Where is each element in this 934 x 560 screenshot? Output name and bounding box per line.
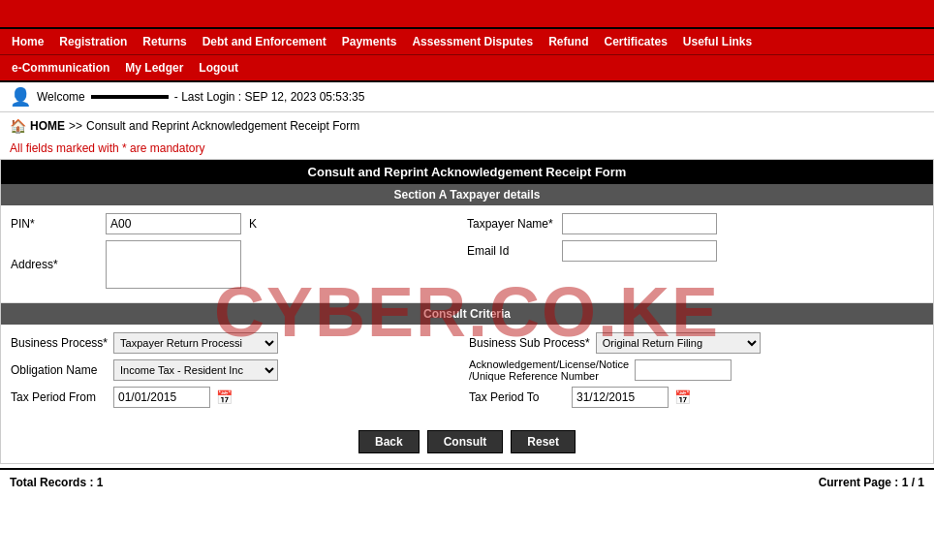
breadcrumb: 🏠 HOME >> Consult and Reprint Acknowledg…	[0, 112, 934, 140]
tax-period-row: Tax Period From 📅 Tax Period To 📅	[11, 387, 923, 408]
home-icon: 🏠	[10, 118, 26, 134]
nav-bar-secondary: e-Communication My Ledger Logout	[0, 54, 934, 80]
business-sub-process-select[interactable]: Original Return Filing	[596, 332, 761, 354]
nav-assessment[interactable]: Assessment Disputes	[404, 31, 541, 52]
business-sub-process-cell: Business Sub Process* Original Return Fi…	[469, 332, 923, 354]
consult-criteria-header: Consult Criteria	[1, 303, 933, 325]
ack-input[interactable]	[635, 359, 732, 381]
pin-input[interactable]	[106, 213, 241, 234]
tax-period-to-input[interactable]	[572, 387, 669, 408]
nav-bar-primary: Home Registration Returns Debt and Enfor…	[0, 27, 934, 54]
address-row: Address*	[11, 240, 467, 289]
nav-my-ledger[interactable]: My Ledger	[117, 57, 191, 78]
welcome-bar: 👤 Welcome - Last Login : SEP 12, 2023 05…	[0, 80, 934, 112]
form-header: Consult and Reprint Acknowledgement Rece…	[1, 160, 933, 184]
nav-useful-links[interactable]: Useful Links	[675, 31, 760, 52]
nav-payments[interactable]: Payments	[334, 31, 405, 52]
business-process-row: Business Process* Taxpayer Return Proces…	[11, 332, 923, 354]
ack-cell: Acknowledgement/License/Notice/Unique Re…	[469, 358, 923, 382]
business-process-cell: Business Process* Taxpayer Return Proces…	[11, 332, 465, 354]
pin-suffix: K	[249, 217, 257, 231]
nav-logout[interactable]: Logout	[191, 57, 246, 78]
username-display	[91, 95, 169, 99]
taxpayer-name-row: Taxpayer Name*	[467, 213, 923, 234]
ack-label: Acknowledgement/License/Notice/Unique Re…	[469, 358, 629, 382]
button-row: Back Consult Reset	[1, 420, 933, 463]
consult-button[interactable]: Consult	[427, 430, 504, 453]
user-icon: 👤	[10, 86, 31, 108]
address-input[interactable]	[106, 240, 241, 289]
email-label: Email Id	[467, 244, 554, 258]
main-content: CYBER.CO.KE Consult and Reprint Acknowle…	[0, 159, 934, 464]
current-page: Current Page : 1 / 1	[819, 476, 924, 489]
obligation-ack-row: Obligation Name Income Tax - Resident In…	[11, 358, 923, 382]
nav-refund[interactable]: Refund	[541, 31, 596, 52]
business-process-label: Business Process*	[11, 336, 108, 350]
tax-period-to-cell: Tax Period To 📅	[469, 387, 923, 408]
last-login-text: - Last Login : SEP 12, 2023 05:53:35	[174, 90, 365, 104]
total-records: Total Records : 1	[10, 476, 103, 489]
tax-period-to-label: Tax Period To	[469, 390, 566, 404]
nav-returns[interactable]: Returns	[135, 31, 194, 52]
taxpayer-name-label: Taxpayer Name*	[467, 217, 554, 231]
pin-label: PIN*	[11, 217, 98, 231]
tax-period-from-input[interactable]	[113, 387, 210, 408]
footer-bar: Total Records : 1 Current Page : 1 / 1	[0, 468, 934, 495]
address-label: Address*	[11, 258, 98, 271]
obligation-name-cell: Obligation Name Income Tax - Resident In…	[11, 359, 465, 381]
taxpayer-details-form: PIN* K Address* Taxpayer Name* Email Id	[1, 205, 933, 303]
section-a-header: Section A Taxpayer details	[1, 184, 933, 205]
breadcrumb-path: Consult and Reprint Acknowledgement Rece…	[86, 119, 359, 133]
tax-period-from-cell: Tax Period From 📅	[11, 387, 465, 408]
email-row: Email Id	[467, 240, 923, 262]
home-link[interactable]: HOME	[30, 119, 65, 133]
nav-certificates[interactable]: Certificates	[596, 31, 674, 52]
nav-debt[interactable]: Debt and Enforcement	[195, 31, 334, 52]
top-banner	[0, 0, 934, 27]
reset-button[interactable]: Reset	[511, 430, 576, 453]
nav-registration[interactable]: Registration	[51, 31, 135, 52]
back-button[interactable]: Back	[358, 430, 420, 453]
taxpayer-name-input[interactable]	[562, 213, 717, 234]
welcome-label: Welcome	[37, 90, 85, 104]
business-sub-process-label: Business Sub Process*	[469, 336, 590, 350]
email-input[interactable]	[562, 240, 717, 262]
calendar-from-icon[interactable]: 📅	[216, 389, 233, 405]
mandatory-note: All fields marked with * are mandatory	[0, 140, 934, 159]
business-process-select[interactable]: Taxpayer Return Processi	[113, 332, 278, 354]
nav-home[interactable]: Home	[4, 31, 51, 52]
pin-row: PIN* K	[11, 213, 467, 234]
obligation-name-label: Obligation Name	[11, 363, 108, 377]
nav-e-communication[interactable]: e-Communication	[4, 57, 117, 78]
breadcrumb-separator: >>	[69, 119, 82, 133]
calendar-to-icon[interactable]: 📅	[674, 389, 691, 405]
criteria-form: Business Process* Taxpayer Return Proces…	[1, 325, 933, 420]
tax-period-from-label: Tax Period From	[11, 390, 108, 404]
obligation-name-select[interactable]: Income Tax - Resident Inc	[113, 359, 278, 381]
